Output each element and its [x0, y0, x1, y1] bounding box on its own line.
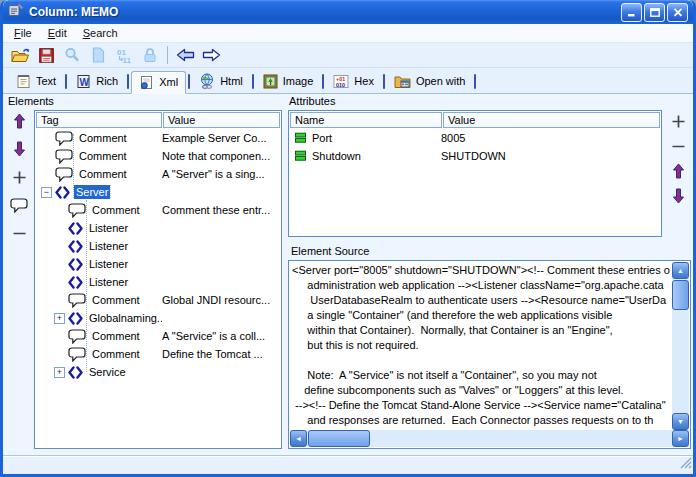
expand-spacer — [54, 246, 68, 247]
scroll-up-button[interactable]: ▲ — [672, 262, 689, 279]
horizontal-scroll-track[interactable] — [370, 430, 672, 447]
scroll-down-button[interactable]: ▼ — [672, 413, 689, 430]
tree-label[interactable]: Comment — [90, 329, 142, 343]
tab-xml[interactable]: Xml — [131, 71, 186, 94]
expand-toggle[interactable]: + — [54, 313, 65, 324]
tree-tag-cell: Listener — [35, 275, 162, 289]
scroll-right-button[interactable]: ► — [672, 430, 689, 447]
expand-spacer — [41, 138, 55, 139]
tree-row[interactable]: CommentGlobal JNDI resourc... — [35, 291, 281, 309]
tab-separator — [322, 74, 324, 89]
element-source-text[interactable]: <Server port="8005" shutdown="SHUTDOWN">… — [292, 263, 670, 429]
source-line — [292, 353, 670, 368]
expand-toggle[interactable]: − — [41, 187, 52, 198]
value-column-header[interactable]: Value — [443, 112, 660, 128]
attribute-row[interactable]: ShutdownSHUTDOWN — [289, 147, 661, 165]
replace-icon: 0111 — [116, 47, 133, 63]
maximize-button[interactable] — [644, 3, 665, 22]
tree-row[interactable]: Listener — [35, 273, 281, 291]
expand-spacer — [54, 228, 68, 229]
tree-row[interactable]: CommentComment these entr... — [35, 201, 281, 219]
tree-tag-cell: +Service — [35, 365, 162, 379]
tab-text[interactable]: Text — [9, 70, 63, 93]
minimize-button[interactable] — [621, 3, 642, 22]
tree-label[interactable]: Comment — [77, 149, 129, 163]
tree-label-selected[interactable]: Server — [74, 185, 110, 199]
tree-row[interactable]: Listener — [35, 237, 281, 255]
menu-edit[interactable]: Edit — [40, 25, 75, 41]
tree-row[interactable]: CommentNote that componen... — [35, 147, 281, 165]
tree-label[interactable]: Comment — [77, 131, 129, 145]
horizontal-scrollbar[interactable]: ◄ ► — [290, 430, 689, 447]
svg-text:010: 010 — [336, 81, 345, 87]
tree-label[interactable]: Listener — [87, 221, 130, 235]
tree-row[interactable]: CommentA "Server" is a sing... — [35, 165, 281, 183]
tree-body: CommentExample Server Co...CommentNote t… — [35, 129, 281, 446]
move-down-button[interactable] — [668, 187, 690, 205]
scroll-left-button[interactable]: ◄ — [290, 430, 307, 447]
remove-button[interactable] — [668, 137, 690, 155]
tab-open-with[interactable]: Open with — [387, 70, 473, 93]
tree-label[interactable]: Listener — [87, 257, 130, 271]
move-up-button[interactable] — [8, 112, 30, 130]
menu-search[interactable]: Search — [75, 25, 126, 41]
tree-label[interactable]: Listener — [87, 275, 130, 289]
comment-icon — [68, 347, 86, 362]
back-button[interactable] — [172, 44, 198, 66]
expand-toggle[interactable]: + — [54, 367, 65, 378]
value-column-header[interactable]: Value — [163, 112, 280, 128]
comment-icon — [68, 329, 86, 344]
source-line: administration web application --><Liste… — [292, 278, 670, 293]
tab-html[interactable]: Html — [192, 70, 250, 93]
tree-tag-cell: Comment — [35, 329, 162, 344]
tree-label[interactable]: Globalnaming... — [87, 311, 162, 325]
add-button[interactable] — [668, 112, 690, 130]
expand-spacer — [41, 156, 55, 157]
tree-label[interactable]: Comment — [77, 167, 129, 181]
element-icon — [68, 222, 83, 235]
tree-label[interactable]: Comment — [90, 347, 142, 361]
tab-rich[interactable]: WRich — [69, 70, 125, 93]
tab-hex[interactable]: +01010Hex — [326, 70, 381, 93]
tree-tag-cell: Comment — [35, 131, 162, 146]
menu-file[interactable]: File — [6, 25, 40, 41]
tree-row[interactable]: CommentExample Server Co... — [35, 129, 281, 147]
forward-button[interactable] — [198, 44, 224, 66]
tab-label: Rich — [96, 75, 118, 87]
close-button[interactable] — [667, 3, 688, 22]
source-line: a single "Container" (and therefore the … — [292, 308, 670, 323]
tree-row[interactable]: CommentDefine the Tomcat ... — [35, 345, 281, 363]
add-button[interactable] — [8, 168, 30, 186]
open-button[interactable] — [7, 44, 33, 66]
tree-label[interactable]: Comment — [90, 203, 142, 217]
tab-separator — [65, 74, 67, 89]
save-button[interactable] — [33, 44, 59, 66]
vertical-scroll-thumb[interactable] — [672, 280, 689, 310]
tree-row[interactable]: −Server — [35, 183, 281, 201]
remove-button[interactable] — [8, 224, 30, 242]
tree-guide-line — [73, 134, 74, 192]
attribute-row[interactable]: Port8005 — [289, 129, 661, 147]
tab-image[interactable]: Image — [256, 70, 321, 93]
name-column-header[interactable]: Name — [290, 112, 442, 128]
tree-row[interactable]: Listener — [35, 219, 281, 237]
attribute-name: Shutdown — [312, 150, 361, 162]
vertical-scrollbar[interactable]: ▲ ▼ — [672, 262, 689, 430]
tree-row[interactable]: CommentA "Service" is a coll... — [35, 327, 281, 345]
comment-button[interactable] — [8, 196, 30, 214]
comment-icon — [10, 198, 28, 213]
source-line: --><!-- Define the Tomcat Stand-Alone Se… — [292, 398, 670, 413]
tree-label[interactable]: Service — [87, 365, 128, 379]
horizontal-scroll-thumb[interactable] — [308, 430, 370, 447]
resize-grip[interactable] — [679, 455, 692, 473]
tree-label[interactable]: Listener — [87, 239, 130, 253]
tree-row[interactable]: +Service — [35, 363, 281, 381]
move-down-button[interactable] — [8, 140, 30, 158]
tree-tag-cell: Comment — [35, 347, 162, 362]
tag-column-header[interactable]: Tag — [36, 112, 162, 128]
tree-row[interactable]: Listener — [35, 255, 281, 273]
attribute-icon — [295, 150, 306, 162]
move-up-button[interactable] — [668, 162, 690, 180]
tree-label[interactable]: Comment — [90, 293, 142, 307]
tree-row[interactable]: +Globalnaming... — [35, 309, 281, 327]
